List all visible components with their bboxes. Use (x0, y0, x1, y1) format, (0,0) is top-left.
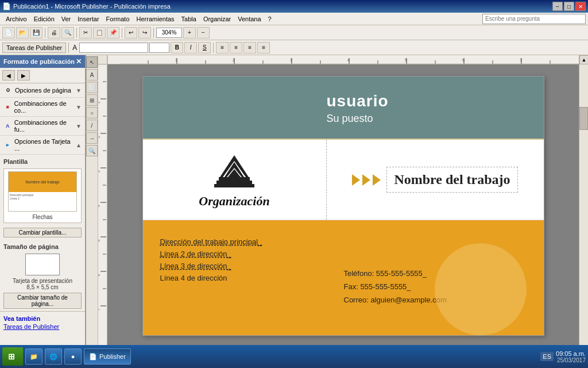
page-options-icon: ⚙ (3, 86, 13, 95)
menu-herramientas[interactable]: Herramientas (133, 14, 178, 24)
menu-ver[interactable]: Ver (58, 14, 75, 24)
change-size-btn[interactable]: Cambiar tamaño de página... (3, 293, 82, 309)
svg-text:4: 4 (98, 205, 100, 207)
job-title[interactable]: Nombre del trabajo (386, 167, 517, 193)
panel-icon-btn-1[interactable]: ◀ (2, 70, 15, 80)
svg-text:6: 6 (98, 274, 100, 276)
cut-btn[interactable]: ✂ (79, 27, 92, 39)
arrow-3 (373, 174, 381, 186)
option-card-label: Opciones de Tarjeta ... (14, 138, 74, 152)
print-btn[interactable]: 🖨 (48, 27, 60, 39)
menu-edicion[interactable]: Edición (30, 14, 58, 24)
addr-line-1[interactable]: Dirección del trabajo principal_ (160, 237, 315, 246)
card-top-border (143, 139, 544, 140)
app-icon: 📄 (2, 2, 11, 10)
paste-btn[interactable]: 📌 (107, 27, 119, 39)
addr-line-4[interactable]: Línea 4 de dirección (160, 274, 315, 282)
align-justify-btn[interactable]: ≡ (257, 42, 270, 53)
org-name[interactable]: Organización (199, 194, 269, 209)
font-size-selector[interactable] (149, 43, 169, 53)
menu-formato[interactable]: Formato (103, 14, 133, 24)
font-selector[interactable] (79, 43, 148, 53)
option-arrow-3: ▼ (76, 123, 82, 129)
align-right-btn[interactable]: ≡ (243, 42, 256, 53)
template-name-label: Flechas (32, 214, 52, 220)
scroll-track-v[interactable] (579, 64, 588, 347)
card-name[interactable]: usuario (327, 92, 532, 110)
secondary-toolbar: Tareas de Publisher A B I S ≡ ≡ ≡ ≡ (0, 40, 588, 55)
taskbar-browser[interactable]: 🌐 (45, 348, 62, 365)
taskbar: ⊞ 📁 🌐 ● 📄 Publisher ES 09:05 a.m. 25/03/… (0, 345, 588, 368)
menu-insertar[interactable]: Insertar (74, 14, 102, 24)
image-tool[interactable]: ⬜ (86, 82, 98, 93)
menu-ventana[interactable]: Ventana (234, 14, 264, 24)
close-btn[interactable]: ✕ (575, 2, 586, 11)
save-btn[interactable]: 💾 (30, 27, 42, 39)
line-tool[interactable]: / (86, 120, 98, 131)
left-panel: Formato de publicación ✕ ◀ ▶ ⚙ Opciones … (0, 55, 86, 356)
addr-line-2[interactable]: Línea 2 de dirección_ (160, 250, 315, 258)
select-tool[interactable]: ↖ (86, 56, 98, 68)
align-center-btn[interactable]: ≡ (230, 42, 242, 53)
redo-btn[interactable]: ↪ (138, 27, 151, 39)
option-colors[interactable]: ■ Combinaciones de co... ▼ (0, 98, 85, 117)
taskbar-explorer[interactable]: 📁 (25, 348, 42, 365)
menu-organizar[interactable]: Organizar (200, 14, 234, 24)
arrows-decoration (352, 174, 381, 186)
zoom-display[interactable]: 304% (156, 28, 182, 38)
italic-btn[interactable]: I (184, 42, 197, 53)
option-colors-label: Combinaciones de co... (14, 100, 74, 114)
taskbar-publisher[interactable]: 📄 Publisher (84, 348, 131, 365)
option-card[interactable]: ► Opciones de Tarjeta ... ▲ (0, 136, 85, 155)
card-options-icon: ► (3, 140, 12, 150)
table-tool[interactable]: ⊞ (86, 94, 98, 106)
start-button[interactable]: ⊞ (2, 347, 23, 366)
open-btn[interactable]: 📂 (16, 27, 29, 39)
scroll-thumb-v[interactable] (579, 107, 588, 130)
menu-tabla[interactable]: Tabla (178, 14, 200, 24)
menu-archivo[interactable]: Archivo (2, 14, 30, 24)
svg-rect-51 (216, 181, 252, 184)
addr-line-3[interactable]: Línea 3 de dirección_ (160, 262, 315, 270)
option-page[interactable]: ⚙ Opciones de página ▼ (0, 83, 85, 98)
maximize-btn[interactable]: □ (564, 2, 574, 11)
menu-help[interactable]: ? (265, 14, 275, 24)
language-indicator[interactable]: ES (540, 352, 554, 361)
tasks-label[interactable]: Tareas de Publisher (2, 43, 66, 53)
scroll-up-btn[interactable]: ▲ (579, 55, 588, 64)
undo-btn[interactable]: ↩ (125, 27, 137, 39)
align-left-btn[interactable]: ≡ (216, 42, 229, 53)
copy-btn[interactable]: 📋 (93, 27, 106, 39)
svg-text:7: 7 (520, 58, 522, 62)
arrow-tool[interactable]: → (86, 132, 98, 144)
text-tool[interactable]: A (86, 69, 98, 80)
svg-text:1: 1 (98, 101, 100, 103)
taskbar-chrome[interactable]: ● (64, 348, 82, 365)
option-fonts[interactable]: A Combinaciones de fu... ▼ (0, 117, 85, 136)
bold-btn[interactable]: B (171, 42, 183, 53)
toolbar-sep-2 (76, 28, 77, 38)
panel-icon-btn-2[interactable]: ▶ (17, 70, 30, 80)
arrow-2 (362, 174, 370, 186)
zoom-tool[interactable]: 🔍 (86, 145, 98, 156)
page-size-value: 8,5 × 5,5 cm (26, 284, 58, 290)
change-template-btn[interactable]: Cambiar plantilla... (3, 228, 82, 237)
preview-btn[interactable]: 🔍 (61, 27, 74, 39)
underline-btn[interactable]: S (198, 42, 211, 53)
card-job-position[interactable]: Su puesto (327, 113, 532, 125)
ask-question-input[interactable] (482, 14, 586, 24)
panel-close-btn[interactable]: ✕ (76, 57, 82, 66)
page-size-label: Tarjeta de presentación (13, 278, 72, 284)
panel-header: Formato de publicación ✕ (0, 55, 85, 68)
canvas-area[interactable]: usuario Su puesto (107, 64, 579, 345)
svg-text:2: 2 (98, 136, 100, 138)
zoom-in-btn[interactable]: + (183, 27, 196, 39)
shape-tool[interactable]: ○ (86, 107, 98, 118)
top-ruler-row: 1 2 3 4 5 (98, 55, 579, 64)
card-logo-area: Organización (143, 140, 327, 220)
new-btn[interactable]: 📄 (2, 27, 15, 39)
zoom-out-btn[interactable]: − (197, 27, 210, 39)
right-scrollbar[interactable]: ▲ ▼ (579, 55, 588, 356)
vea-link[interactable]: Tareas de Publisher (3, 323, 82, 330)
minimize-btn[interactable]: − (552, 2, 563, 11)
